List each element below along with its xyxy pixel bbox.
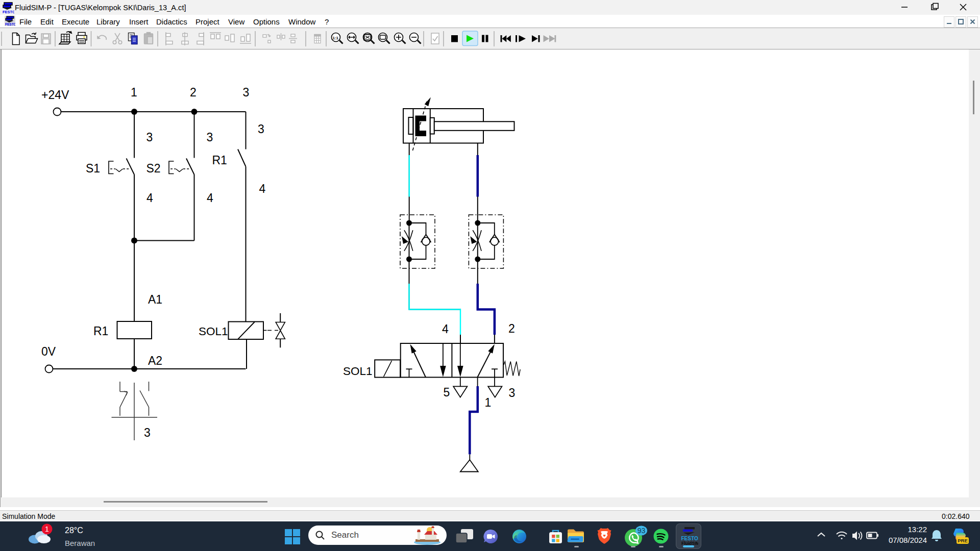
svg-text:1: 1 <box>485 396 492 409</box>
svg-text:3: 3 <box>146 131 153 144</box>
svg-text:SOL1: SOL1 <box>343 365 373 378</box>
svg-text:0V: 0V <box>41 345 56 358</box>
svg-text:PRE: PRE <box>958 538 968 543</box>
svg-text:A2: A2 <box>148 354 162 367</box>
svg-text:S1: S1 <box>86 162 100 175</box>
svg-text:5: 5 <box>444 386 450 399</box>
svg-text:3: 3 <box>144 426 151 439</box>
svg-text:3: 3 <box>258 122 264 136</box>
svg-text:3: 3 <box>243 86 250 99</box>
svg-text:S2: S2 <box>146 162 161 175</box>
svg-text:3: 3 <box>509 386 516 399</box>
svg-text:4: 4 <box>259 182 266 195</box>
svg-text:2: 2 <box>508 322 515 335</box>
svg-text:1: 1 <box>45 525 49 533</box>
svg-text:+24V: +24V <box>41 88 69 102</box>
svg-text:4: 4 <box>146 191 153 205</box>
svg-text:SOL1: SOL1 <box>199 325 228 338</box>
svg-text:2: 2 <box>190 86 197 99</box>
svg-text:A1: A1 <box>148 293 162 306</box>
svg-text:3: 3 <box>207 131 213 144</box>
svg-text:R1: R1 <box>93 324 108 338</box>
svg-text:1: 1 <box>131 86 137 99</box>
svg-text:4: 4 <box>442 322 449 336</box>
svg-text:R1: R1 <box>212 154 227 167</box>
svg-text:4: 4 <box>207 191 213 205</box>
svg-text:93: 93 <box>638 527 646 535</box>
